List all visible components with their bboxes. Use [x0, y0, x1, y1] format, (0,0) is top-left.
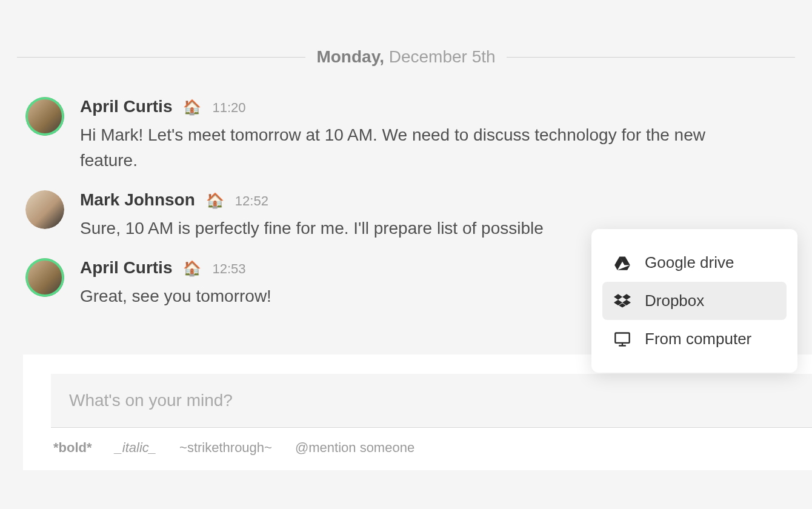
message-time: 12:52 — [235, 193, 268, 209]
date-day-of-week: Monday, — [316, 47, 384, 66]
status-emoji-icon: 🏠 — [183, 99, 201, 116]
avatar[interactable] — [25, 190, 64, 229]
status-emoji-icon: 🏠 — [206, 192, 224, 209]
date-divider-text: Monday, December 5th — [305, 47, 506, 67]
attach-menu-from-computer[interactable]: From computer — [602, 320, 787, 358]
avatar-image — [25, 97, 64, 136]
computer-icon — [613, 330, 631, 348]
attach-menu: Google drive Dropbox From computer — [591, 229, 797, 373]
avatar[interactable] — [25, 97, 64, 136]
google-drive-icon — [613, 254, 631, 272]
message-time: 12:53 — [212, 261, 245, 277]
attach-menu-item-label: Dropbox — [645, 291, 704, 310]
hint-mention: @mention someone — [295, 440, 414, 456]
message-author[interactable]: April Curtis — [80, 258, 172, 278]
status-emoji-icon: 🏠 — [183, 260, 201, 277]
svg-rect-0 — [615, 333, 629, 342]
attach-menu-item-label: From computer — [645, 330, 751, 348]
attach-menu-google-drive[interactable]: Google drive — [602, 244, 787, 282]
attach-menu-item-label: Google drive — [645, 253, 734, 272]
avatar-image — [25, 190, 64, 229]
avatar[interactable] — [25, 258, 64, 297]
message-body: April Curtis 🏠 11:20 Hi Mark! Let's meet… — [80, 97, 787, 173]
divider-line-left — [17, 57, 305, 58]
message-text: Hi Mark! Let's meet tomorrow at 10 AM. W… — [80, 122, 734, 173]
message-author[interactable]: April Curtis — [80, 97, 172, 116]
composer-input[interactable] — [69, 391, 794, 410]
message-author[interactable]: Mark Johnson — [80, 190, 195, 210]
hint-italic: _italic_ — [115, 440, 156, 456]
message-item: April Curtis 🏠 11:20 Hi Mark! Let's meet… — [25, 97, 787, 173]
date-rest: December 5th — [384, 47, 496, 66]
message-time: 11:20 — [212, 100, 245, 116]
avatar-image — [25, 258, 64, 297]
attach-menu-dropbox[interactable]: Dropbox — [602, 282, 787, 320]
message-header: April Curtis 🏠 11:20 — [80, 97, 787, 116]
composer-format-hints: *bold* _italic_ ~strikethrough~ @mention… — [40, 428, 812, 456]
hint-bold: *bold* — [53, 440, 92, 456]
dropbox-icon — [613, 292, 631, 310]
date-divider: Monday, December 5th — [0, 47, 812, 67]
message-header: Mark Johnson 🏠 12:52 — [80, 190, 787, 210]
composer-input-wrap — [51, 374, 812, 428]
hint-strikethrough: ~strikethrough~ — [179, 440, 272, 456]
divider-line-right — [507, 57, 795, 58]
